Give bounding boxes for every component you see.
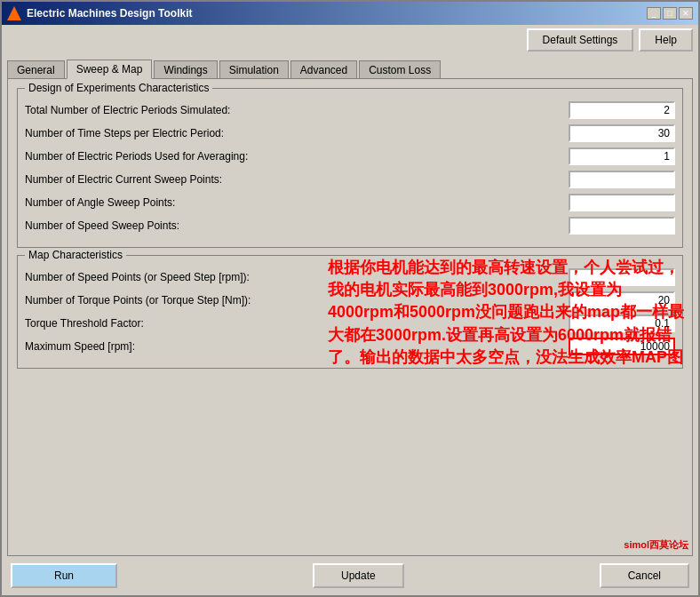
tab-simulation[interactable]: Simulation — [219, 60, 289, 79]
default-settings-button[interactable]: Default Settings — [527, 28, 634, 52]
label-averaging-periods: Number of Electric Periods Used for Aver… — [25, 150, 569, 163]
field-speed-sweep: Number of Speed Sweep Points: — [25, 217, 675, 235]
label-time-steps: Number of Time Steps per Electric Period… — [25, 127, 569, 139]
update-button[interactable]: Update — [313, 563, 404, 588]
watermark-text: simol西莫论坛 — [624, 539, 688, 550]
tab-sweep-map[interactable]: Sweep & Map — [67, 60, 153, 79]
field-current-sweep: Number of Electric Current Sweep Points: — [25, 171, 675, 188]
map-group-label: Map Characteristics — [25, 249, 126, 261]
title-controls: _ □ ✕ — [647, 7, 693, 20]
minimize-button[interactable]: _ — [647, 7, 661, 20]
toolbar: Default Settings Help — [2, 25, 698, 55]
help-button[interactable]: Help — [639, 28, 693, 52]
field-time-steps: Number of Time Steps per Electric Period… — [25, 124, 675, 142]
field-angle-sweep: Number of Angle Sweep Points: — [25, 194, 675, 211]
tab-advanced[interactable]: Advanced — [290, 60, 357, 79]
input-current-sweep[interactable] — [569, 171, 675, 188]
input-angle-sweep[interactable] — [569, 194, 675, 211]
label-angle-sweep: Number of Angle Sweep Points: — [25, 196, 569, 209]
tabs-bar: General Sweep & Map Windings Simulation … — [2, 55, 698, 78]
input-total-periods[interactable] — [569, 101, 675, 119]
watermark: simol西莫论坛 — [624, 538, 688, 552]
close-button[interactable]: ✕ — [679, 7, 693, 20]
input-speed-sweep[interactable] — [569, 217, 675, 235]
input-averaging-periods[interactable] — [569, 147, 675, 165]
label-total-periods: Total Number of Electric Periods Simulat… — [25, 104, 569, 116]
tab-general[interactable]: General — [7, 60, 65, 79]
field-averaging-periods: Number of Electric Periods Used for Aver… — [25, 147, 675, 165]
label-current-sweep: Number of Electric Current Sweep Points: — [25, 173, 569, 186]
overlay-annotation: 根据你电机能达到的最高转速设置，个人尝试过，我的电机实际最高能到3000rpm,… — [328, 257, 687, 369]
content-area: Design of Experiments Characteristics To… — [7, 78, 693, 556]
bottom-bar: Run Update Cancel — [2, 556, 698, 595]
app-logo — [7, 6, 21, 20]
field-total-periods: Total Number of Electric Periods Simulat… — [25, 101, 675, 119]
design-experiments-group: Design of Experiments Characteristics To… — [17, 88, 683, 248]
maximize-button[interactable]: □ — [663, 7, 677, 20]
input-time-steps[interactable] — [569, 124, 675, 142]
label-speed-sweep: Number of Speed Sweep Points: — [25, 219, 569, 232]
main-window: Electric Machines Design Toolkit _ □ ✕ D… — [0, 0, 700, 597]
run-button[interactable]: Run — [11, 563, 117, 588]
design-group-label: Design of Experiments Characteristics — [25, 82, 212, 94]
tab-custom-loss[interactable]: Custom Loss — [359, 60, 441, 79]
cancel-button[interactable]: Cancel — [600, 563, 689, 588]
window-title: Electric Machines Design Toolkit — [27, 7, 193, 20]
title-bar: Electric Machines Design Toolkit _ □ ✕ — [2, 2, 698, 25]
tab-windings[interactable]: Windings — [154, 60, 217, 79]
title-bar-left: Electric Machines Design Toolkit — [7, 6, 193, 20]
